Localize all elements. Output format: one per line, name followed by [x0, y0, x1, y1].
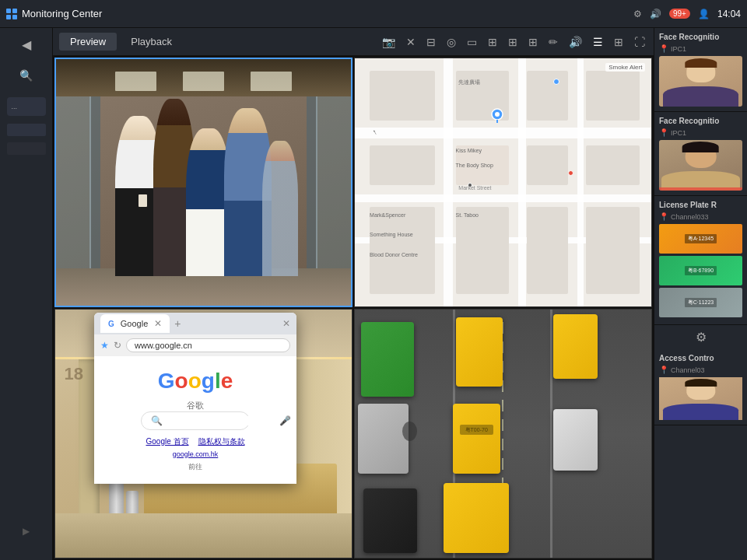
- titlebar-tune-icon[interactable]: ⚙: [633, 9, 642, 19]
- face-rec-1-title: Face Recognitio: [659, 33, 742, 41]
- left-sidebar: ◀ 🔍 ... ▶: [0, 28, 53, 560]
- edit-icon[interactable]: ✏: [546, 33, 560, 51]
- license-car-thumb-1: 粤A·12345: [659, 224, 742, 254]
- panel-license-plate: License Plate R 📍 Channel033 粤A·12345 粤B…: [654, 196, 747, 325]
- face-rec-1-camera: 📍 IPC1: [659, 44, 742, 53]
- car-white: [553, 409, 598, 471]
- sidebar-expand-area: ▶: [0, 526, 52, 537]
- user-icon[interactable]: 👤: [698, 9, 710, 19]
- access-control-title: Access Contro: [659, 354, 742, 362]
- browser-new-tab-icon[interactable]: +: [174, 317, 181, 330]
- lobby-number: 18: [64, 364, 82, 384]
- browser-content: Google 谷歌 🔍 🎤 Google 首页 隐私权与条款: [94, 356, 296, 484]
- google-search-icon: 🔍: [151, 415, 163, 426]
- google-lucky-btn[interactable]: 隐私权与条款: [198, 436, 245, 447]
- toolbar-icons: 📷 ✕ ⊟ ◎ ▭ ⊞ ⊞ ⊞ ✏ 🔊 ☰ ⊞ ⛶: [380, 33, 647, 51]
- google-mic-icon[interactable]: 🎤: [279, 415, 291, 426]
- screenshot-icon[interactable]: 📷: [380, 33, 398, 51]
- video-cell-cars[interactable]: 粤T00-70: [354, 309, 652, 558]
- browser-bookmark-icon[interactable]: ★: [100, 340, 109, 351]
- panel-access-control: Access Contro 📍 Channel03: [654, 349, 747, 425]
- preview-tab[interactable]: Preview: [59, 33, 117, 51]
- app-title: Monitoring Center: [22, 8, 102, 19]
- google-search-input[interactable]: [167, 416, 275, 425]
- browser-tab-favicon: G: [108, 320, 114, 328]
- playback-tab[interactable]: Playback: [120, 33, 183, 51]
- grid-16-icon[interactable]: ⊞: [526, 33, 540, 51]
- settings-icon[interactable]: ⚙: [691, 326, 711, 348]
- grid-4-icon[interactable]: ⊞: [486, 33, 500, 51]
- target-icon[interactable]: ◎: [444, 33, 458, 51]
- list-view-icon[interactable]: ☰: [591, 33, 605, 51]
- face-rec-2-thumb: [659, 140, 742, 191]
- google-subtitle: 谷歌: [187, 400, 204, 411]
- location-icon-3: 📍: [659, 212, 668, 221]
- sidebar-expand-icon[interactable]: ▶: [23, 526, 30, 537]
- car-yellow-taxi-1: [456, 317, 503, 387]
- browser-titlebar: G Google ✕ + ✕: [94, 313, 296, 334]
- license-car-thumb-2: 粤B·67890: [659, 256, 742, 285]
- browser-refresh-icon[interactable]: ↻: [114, 340, 121, 351]
- car-silver: [358, 404, 409, 473]
- map-market-street: Market Street: [458, 185, 491, 191]
- split-view-icon[interactable]: ⊟: [424, 33, 438, 51]
- sidebar-tree-item: [7, 124, 46, 136]
- license-car-thumb-3: 粤C·11223: [659, 288, 742, 317]
- google-search-btn[interactable]: Google 首页: [146, 436, 188, 447]
- people-feed: [56, 59, 351, 306]
- car-dark: [363, 488, 417, 553]
- browser-close-window-icon[interactable]: ✕: [282, 318, 290, 329]
- location-icon-1: 📍: [659, 44, 668, 53]
- face-rec-1-thumb: [659, 56, 742, 107]
- map-label-2: Kiss Mikey: [456, 148, 482, 153]
- single-view-icon[interactable]: ▭: [465, 33, 479, 51]
- fullscreen-icon[interactable]: ⛶: [632, 33, 647, 51]
- map-pin-2: [553, 79, 559, 85]
- titlebar: Monitoring Center ⚙ 🔊 99+ 👤 14:04: [0, 0, 747, 28]
- video-cell-lobby[interactable]: 18 G: [54, 309, 352, 558]
- map-main-pin[interactable]: [491, 108, 503, 126]
- browser-popup[interactable]: G Google ✕ + ✕ ★ ↻ Google: [94, 313, 296, 484]
- car-yellow-large: [444, 483, 509, 552]
- video-grid: 先達廣場 Kiss Mikey The Body Shop St. Taboo …: [53, 56, 654, 560]
- audio-icon[interactable]: 🔊: [566, 33, 584, 51]
- face-rec-1-cam-label: IPC1: [671, 45, 686, 53]
- video-cell-people[interactable]: [54, 58, 352, 307]
- panel-settings-area: ⚙: [654, 325, 747, 349]
- panel-icon[interactable]: ⊞: [612, 33, 626, 51]
- volume-icon[interactable]: 🔊: [650, 9, 661, 19]
- license-plate-camera: 📍 Channel033: [659, 212, 742, 221]
- browser-url-input[interactable]: [126, 338, 290, 352]
- grid-9-icon[interactable]: ⊞: [506, 33, 520, 51]
- face-rec-2-cam-label: IPC1: [671, 129, 686, 137]
- face-rec-2-alert-bar: [659, 187, 742, 191]
- map-pin-3: [568, 170, 573, 176]
- google-search-bar[interactable]: 🔍 🎤: [141, 411, 250, 430]
- access-control-camera: 📍 Channel03: [659, 366, 742, 374]
- license-plate-title: License Plate R: [659, 201, 742, 209]
- app-logo-area: Monitoring Center: [6, 8, 633, 19]
- map-label-4: St. Taboo: [456, 212, 479, 218]
- sidebar-search-button[interactable]: 🔍: [16, 66, 36, 85]
- map-label-5: Mark&Spencer: [370, 212, 405, 218]
- face-rec-2-camera: 📍 IPC1: [659, 128, 742, 137]
- map-view: 先達廣場 Kiss Mikey The Body Shop St. Taboo …: [355, 58, 651, 306]
- car-green-van: [361, 322, 415, 397]
- sidebar-toggle-button[interactable]: ◀: [19, 34, 34, 55]
- pedestrian-shadow: [402, 422, 417, 442]
- sidebar-tree-item-2: [7, 142, 46, 155]
- browser-tab-google[interactable]: G Google ✕: [100, 314, 170, 333]
- toolbar: Preview Playback 📷 ✕ ⊟ ◎ ▭ ⊞ ⊞ ⊞ ✏ 🔊 ☰ ⊞…: [53, 28, 654, 56]
- close-stream-icon[interactable]: ✕: [404, 33, 418, 51]
- browser-close-tab-icon[interactable]: ✕: [154, 318, 162, 329]
- access-face-thumb: [659, 377, 742, 420]
- sidebar-camera-tree: ...: [7, 97, 46, 116]
- google-bottom-links: google.com.hk: [173, 450, 219, 458]
- map-label-3: The Body Shop: [456, 163, 493, 168]
- google-goto-text: 前往: [188, 460, 202, 472]
- google-com-hk-link[interactable]: google.com.hk: [173, 450, 219, 458]
- cars-feed: 粤T00-70: [355, 310, 651, 558]
- video-cell-map[interactable]: 先達廣場 Kiss Mikey The Body Shop St. Taboo …: [354, 58, 652, 307]
- browser-tab-label: Google: [121, 319, 148, 328]
- svg-point-1: [495, 112, 500, 117]
